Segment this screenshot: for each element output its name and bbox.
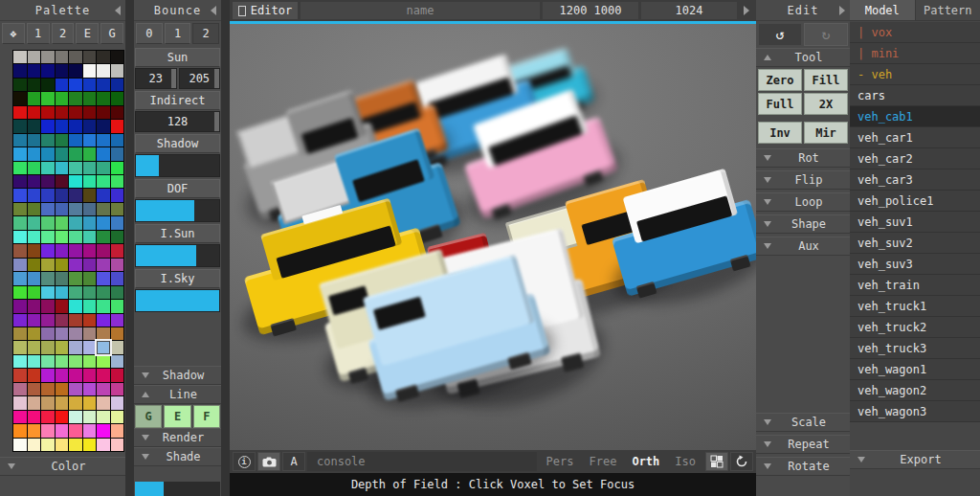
color-swatch[interactable] [111,396,124,409]
color-swatch[interactable] [41,120,55,132]
color-swatch[interactable] [41,79,55,91]
color-swatch[interactable] [69,327,82,340]
color-swatch[interactable] [13,231,27,243]
line-mode-e[interactable]: E [164,405,190,428]
color-swatch[interactable] [28,231,41,243]
color-swatch[interactable] [97,189,110,201]
color-swatch[interactable] [56,175,69,188]
color-swatch[interactable] [69,203,82,215]
color-swatch[interactable] [97,79,110,91]
color-swatch[interactable] [69,147,82,160]
color-swatch[interactable] [41,300,55,312]
color-swatch[interactable] [13,203,27,215]
color-swatch[interactable] [111,216,124,229]
color-swatch[interactable] [13,300,27,312]
color-swatch[interactable] [56,411,69,423]
color-swatch[interactable] [13,411,27,423]
color-swatch[interactable] [56,64,69,77]
color-swatch[interactable] [41,216,55,229]
color-swatch[interactable] [69,286,82,299]
layout-button[interactable] [705,452,728,471]
color-swatch[interactable] [69,106,82,119]
color-swatch[interactable] [28,216,41,229]
color-swatch[interactable] [41,396,55,409]
color-swatch[interactable] [13,216,27,229]
color-swatch[interactable] [41,244,55,257]
drag-handle[interactable] [171,69,176,88]
color-swatch[interactable] [69,314,82,327]
color-swatch[interactable] [28,189,41,201]
console-input[interactable]: console [307,452,537,471]
list-item-veh-cab1[interactable]: veh_cab1 [850,106,980,127]
color-swatch[interactable] [28,286,41,299]
color-swatch[interactable] [83,383,97,395]
color-swatch[interactable] [56,314,69,327]
model-name-input[interactable]: name [301,2,540,19]
color-swatch[interactable] [97,162,110,174]
color-swatch[interactable] [28,272,41,284]
color-swatch[interactable] [56,286,69,299]
slider-i-sky[interactable] [135,289,220,312]
color-swatch[interactable] [83,175,97,188]
color-swatch[interactable] [97,396,110,409]
color-swatch[interactable] [28,383,41,395]
color-swatch[interactable] [69,216,82,229]
color-swatch[interactable] [69,259,82,271]
bounce-tab-0[interactable]: 0 [136,23,163,44]
tool-button-2x[interactable]: 2X [804,93,848,115]
color-swatch[interactable] [41,424,55,437]
color-swatch[interactable] [111,327,124,340]
palette-tab-g[interactable]: G [100,23,123,44]
color-swatch[interactable] [56,244,69,257]
color-swatch[interactable] [83,79,97,91]
color-swatch[interactable] [56,79,69,91]
color-swatch[interactable] [69,51,82,63]
color-swatch[interactable] [41,64,55,77]
color-swatch[interactable] [83,355,97,368]
color-swatch[interactable] [97,106,110,119]
color-swatch[interactable] [13,424,27,437]
color-swatch[interactable] [83,134,97,147]
color-swatch[interactable] [28,244,41,257]
list-item--vox[interactable]: | vox [850,22,980,43]
color-swatch[interactable] [69,383,82,395]
color-swatch[interactable] [69,231,82,243]
color-swatch[interactable] [83,106,97,119]
color-swatch[interactable] [111,79,124,91]
color-swatch[interactable] [69,134,82,147]
color-swatch[interactable] [28,314,41,327]
color-swatch[interactable] [97,424,110,437]
color-swatch[interactable] [97,259,110,271]
color-swatch[interactable] [83,120,97,132]
color-swatch[interactable] [83,314,97,327]
color-swatch[interactable] [83,286,97,299]
bounce-tab-1[interactable]: 1 [165,23,191,44]
color-swatch[interactable] [83,369,97,381]
color-swatch[interactable] [28,106,41,119]
section-flip[interactable]: Flip [756,170,850,190]
color-swatch[interactable] [28,396,41,409]
color-swatch[interactable] [28,79,41,91]
color-swatch[interactable] [111,231,124,243]
slider-i-sun[interactable] [135,244,220,267]
color-swatch[interactable] [13,259,27,271]
color-swatch[interactable] [111,64,124,77]
size-field[interactable]: 1024 [641,2,737,19]
section-aux[interactable]: Aux [756,237,850,256]
color-swatch[interactable] [83,189,97,201]
color-swatch[interactable] [13,134,27,147]
color-swatch[interactable] [69,272,82,284]
color-swatch[interactable] [111,314,124,327]
list-item-veh-car1[interactable]: veh_car1 [850,127,980,148]
list-item-veh-train[interactable]: veh_train [850,275,980,296]
color-swatch[interactable] [41,411,55,423]
color-swatch[interactable] [97,231,110,243]
color-swatch[interactable] [111,439,124,451]
info-button[interactable]: i [233,452,256,471]
section-line[interactable]: Line [134,385,221,404]
color-swatch[interactable] [28,439,41,451]
color-swatch[interactable] [41,286,55,299]
color-swatch[interactable] [13,51,27,63]
color-swatch[interactable] [56,327,69,340]
color-swatch[interactable] [97,272,110,284]
